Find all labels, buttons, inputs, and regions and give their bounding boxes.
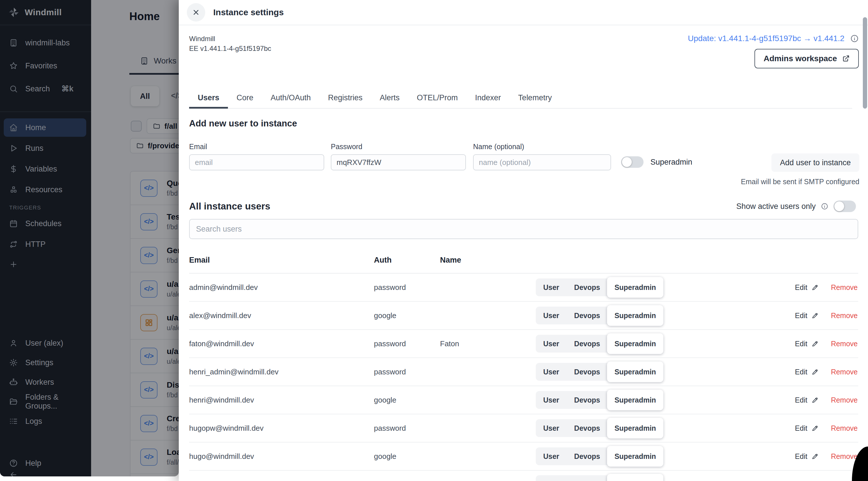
role-option-user[interactable]: User: [536, 391, 567, 409]
name-label: Name (optional): [473, 142, 611, 151]
close-button[interactable]: [187, 3, 205, 22]
role-option-devops[interactable]: Devops: [567, 419, 608, 437]
instance-version: EE v1.441.1-4-g51f5197bc: [189, 44, 271, 54]
role-option-devops[interactable]: Devops: [567, 279, 608, 296]
edit-button[interactable]: Edit: [795, 312, 819, 320]
admins-workspace-button[interactable]: Admins workspace: [754, 49, 859, 68]
role-segmented-control: User Devops Superadmin: [536, 391, 663, 409]
user-row: henri_admin@windmill.dev password User D…: [189, 358, 858, 386]
background-layer: Windmill windmill-labs Favorites Search: [0, 0, 179, 476]
role-option-superadmin[interactable]: Superadmin: [607, 361, 663, 382]
role-option-user[interactable]: User: [536, 307, 567, 324]
role-option-user[interactable]: User: [536, 419, 567, 437]
user-email: admin@windmill.dev: [189, 283, 374, 292]
role-option-devops[interactable]: Devops: [567, 391, 608, 409]
role-segmented-control: User Devops Superadmin: [536, 419, 663, 437]
modal-backdrop[interactable]: [0, 0, 179, 476]
edit-button[interactable]: Edit: [795, 452, 819, 460]
role-option-superadmin[interactable]: Superadmin: [607, 446, 663, 467]
tab-registries[interactable]: Registries: [319, 93, 371, 108]
role-option-superadmin[interactable]: Superadmin: [607, 333, 663, 354]
search-users-box: [189, 219, 858, 239]
user-auth: password: [374, 367, 440, 376]
role-option-user[interactable]: User: [536, 335, 567, 353]
password-field[interactable]: [331, 154, 466, 170]
add-user-form: Email Password Name (optional) Superadmi…: [189, 142, 859, 186]
toggle-knob: [834, 201, 844, 211]
role-segmented-control: User Devops Superadmin: [536, 475, 663, 481]
edit-label: Edit: [795, 424, 807, 432]
info-icon[interactable]: [850, 34, 859, 43]
user-email: hugo@windmill.dev: [189, 452, 374, 461]
role-option-superadmin[interactable]: Superadmin: [607, 277, 663, 298]
edit-button[interactable]: Edit: [795, 424, 819, 432]
remove-button[interactable]: Remove: [831, 396, 858, 404]
tab-indexer[interactable]: Indexer: [466, 93, 509, 108]
role-segmented-control: User Devops Superadmin: [536, 447, 663, 465]
role-option-devops[interactable]: Devops: [567, 307, 608, 324]
edit-button[interactable]: Edit: [795, 368, 819, 376]
remove-button[interactable]: Remove: [831, 368, 858, 376]
user-auth: password: [374, 283, 440, 292]
role-segmented-control: User Devops Superadmin: [536, 307, 663, 324]
role-option-devops[interactable]: Devops: [567, 363, 608, 381]
superadmin-toggle[interactable]: [621, 156, 644, 168]
role-segmented-control: User Devops Superadmin: [536, 335, 663, 353]
role-option-user[interactable]: User: [536, 447, 567, 465]
pencil-icon: [811, 312, 819, 319]
role-option-user[interactable]: User: [536, 363, 567, 381]
role-option-superadmin[interactable]: Superadmin: [607, 418, 663, 439]
edit-button[interactable]: Edit: [795, 340, 819, 348]
remove-button[interactable]: Remove: [831, 283, 858, 292]
tab-core[interactable]: Core: [228, 93, 262, 108]
settings-tabs: Users Core Auth/OAuth Registries Alerts …: [189, 86, 852, 108]
app-window: Windmill windmill-labs Favorites Search: [0, 0, 868, 481]
instance-info-row: Windmill EE v1.441.1-4-g51f5197bc Update…: [189, 34, 859, 68]
edit-button[interactable]: Edit: [795, 396, 819, 404]
email-label: Email: [189, 142, 324, 151]
pencil-icon: [811, 284, 819, 291]
remove-button[interactable]: Remove: [831, 452, 858, 460]
role-option-user[interactable]: User: [536, 475, 567, 481]
role-option-superadmin[interactable]: Superadmin: [607, 305, 663, 326]
info-icon[interactable]: [821, 202, 828, 210]
user-row-partial: User Devops Superadmin: [189, 471, 858, 481]
update-link[interactable]: Update: v1.441.1-4-g51f5197bc → v1.441.2: [688, 34, 844, 43]
edit-button[interactable]: Edit: [795, 283, 819, 292]
search-users-input[interactable]: [189, 219, 858, 239]
role-option-devops[interactable]: Devops: [567, 475, 608, 481]
users-table: Email Auth Name admin@windmill.dev passw…: [189, 251, 858, 481]
edit-label: Edit: [795, 283, 807, 292]
tab-telemetry[interactable]: Telemetry: [509, 93, 560, 108]
scrollbar-thumb[interactable]: [863, 17, 867, 108]
user-auth: password: [374, 339, 440, 348]
user-email: henri@windmill.dev: [189, 396, 374, 405]
toggle-knob: [622, 157, 632, 167]
tab-users[interactable]: Users: [189, 93, 228, 108]
remove-button[interactable]: Remove: [831, 340, 858, 348]
tab-auth-oauth[interactable]: Auth/OAuth: [262, 93, 320, 108]
col-email: Email: [189, 256, 374, 265]
email-field[interactable]: [189, 154, 324, 170]
pencil-icon: [811, 368, 819, 376]
role-option-user[interactable]: User: [536, 279, 567, 296]
tab-otel-prom[interactable]: OTEL/Prom: [408, 93, 466, 108]
remove-button[interactable]: Remove: [831, 424, 858, 432]
role-option-superadmin[interactable]: Superadmin: [607, 390, 663, 410]
smtp-note: Email will be sent if SMTP configured: [741, 178, 859, 186]
drawer-header: Instance settings: [179, 0, 868, 25]
role-option-devops[interactable]: Devops: [567, 447, 608, 465]
tab-alerts[interactable]: Alerts: [371, 93, 408, 108]
user-row: alex@windmill.dev google User Devops Sup…: [189, 302, 858, 330]
add-user-button[interactable]: Add user to instance: [771, 154, 859, 172]
name-field[interactable]: [473, 154, 611, 170]
role-option-devops[interactable]: Devops: [567, 335, 608, 353]
remove-button[interactable]: Remove: [831, 312, 858, 320]
user-auth: password: [374, 424, 440, 433]
role-option-superadmin[interactable]: Superadmin: [607, 474, 663, 481]
pencil-icon: [811, 453, 819, 460]
show-active-toggle[interactable]: [834, 200, 856, 212]
user-email: henri_admin@windmill.dev: [189, 367, 374, 376]
edit-label: Edit: [795, 340, 807, 348]
all-users-header-row: All instance users Show active users onl…: [189, 200, 856, 212]
